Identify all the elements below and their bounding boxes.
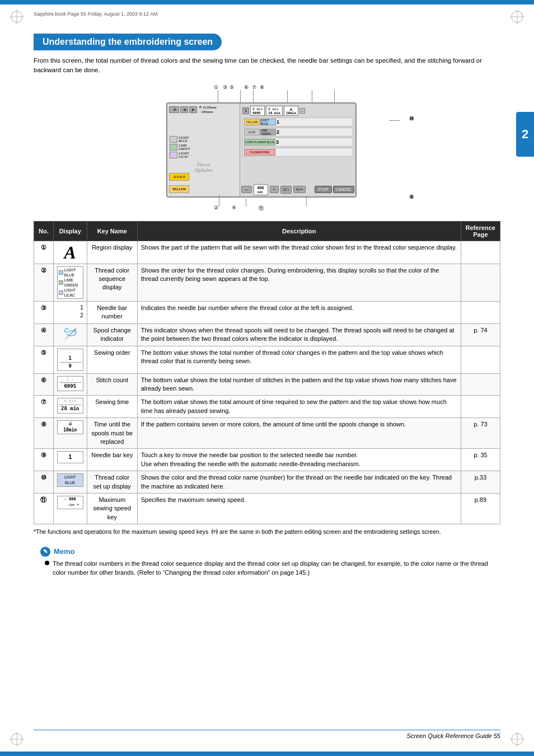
chapter-tab: 2 xyxy=(516,112,534,157)
row-keyname: Needle bar key xyxy=(87,449,137,471)
row-no: ⑩ xyxy=(34,471,54,494)
table-row: ⑨ 1 Needle bar key Touch a key to move t… xyxy=(34,449,500,471)
row-description: Shows the part of the pattern that will … xyxy=(137,241,461,264)
row-keyname: Sewing order xyxy=(87,346,137,373)
section-heading: Understanding the embroidering screen xyxy=(34,34,222,50)
row-display: 12 xyxy=(53,302,87,324)
spool-time-display: 🖨 10min xyxy=(57,420,83,434)
row-keyname: Sewing time xyxy=(87,396,137,418)
row-display: 🪡 xyxy=(53,323,87,346)
table-row: ① A Region display Shows the part of the… xyxy=(34,241,500,264)
diag-right-panel: 1 0 min6995 0 min28 min 🖨10min □ YELLOW xyxy=(240,104,355,196)
footer: Screen Quick Reference Guide 55 xyxy=(34,730,500,739)
row-description: The bottom value shows the total amount … xyxy=(137,396,461,418)
reg-mark-br xyxy=(509,731,526,748)
spool-change-icon: 🪡 xyxy=(57,326,83,342)
needle-bar-key-display: 1 xyxy=(57,451,83,463)
table-row: ⑧ 🖨 10min Time until the spools must be … xyxy=(34,418,500,449)
row-description: Specifies the maximum sewing speed. xyxy=(137,493,461,524)
row-refpage xyxy=(461,396,500,418)
row-no: ③ xyxy=(34,302,54,324)
callout-9: ⑨ xyxy=(409,194,414,200)
callout-line-4 xyxy=(246,199,246,206)
row-no: ④ xyxy=(34,323,54,346)
row-description: This indicator shows when the thread spo… xyxy=(137,323,461,346)
row-display: 0 min 28 min xyxy=(53,396,87,418)
row-refpage xyxy=(461,264,500,302)
callout-line-5 xyxy=(253,90,254,102)
table-row: ③ 12 Needle bar number Indicates the nee… xyxy=(34,302,500,324)
memo-icon: ✎ xyxy=(40,547,50,557)
row-refpage: p.89 xyxy=(461,493,500,524)
memo-box: ✎ Memo The thread color numbers in the t… xyxy=(34,542,500,582)
footer-text: Screen Quick Reference Guide 55 xyxy=(406,732,500,739)
diag-screen: ⚙ ◀ ▶ ✦ 3128mm 189mm LIGHTBLUE xyxy=(166,102,357,198)
sewing-time-display: 0 min 28 min xyxy=(57,398,83,413)
table-row: ⑤ — 1 9 Sewing order The bottom value sh… xyxy=(34,346,500,373)
table-row: ④ 🪡 Spool change indicator This indicato… xyxy=(34,323,500,346)
callout-line-2 xyxy=(219,194,219,206)
table-row: ② LIGHT BLUE LIME GREEN LIGHT LILAC Thre… xyxy=(34,264,500,302)
row-no: ⑦ xyxy=(34,396,54,418)
row-description: Shows the order for the thread color cha… xyxy=(137,264,461,302)
row-keyname: Maximum sewing speed key xyxy=(87,493,137,524)
footnote-text: *The functions and operations for the ma… xyxy=(34,528,500,537)
screen-mockup: ⚙ ◀ ▶ ✦ 3128mm 189mm LIGHTBLUE xyxy=(166,102,379,200)
table-row: ⑦ 0 min 28 min Sewing time The bottom va… xyxy=(34,396,500,418)
row-description: The bottom value shows the total number … xyxy=(137,346,461,373)
table-header-description: Description xyxy=(137,221,461,241)
row-description: Indicates the needle bar number where th… xyxy=(137,302,461,324)
callout-line-8 xyxy=(334,90,335,102)
callout-bottom: ② ④ ⑪ xyxy=(214,205,264,212)
header-file-info: Sapphire.book Page 55 Friday, August 1, … xyxy=(34,11,157,17)
row-keyname: Spool change indicator xyxy=(87,323,137,346)
row-display: 🖨 10min xyxy=(53,418,87,449)
bottom-blue-bar xyxy=(0,752,534,756)
row-refpage xyxy=(461,302,500,324)
row-keyname: Needle bar number xyxy=(87,302,137,324)
callout-line-10 xyxy=(389,120,400,121)
callout-10: ⑩ xyxy=(409,116,414,121)
row-description: Shows the color and the thread color nam… xyxy=(137,471,461,494)
memo-text: The thread color numbers in the thread c… xyxy=(40,559,494,577)
row-keyname: Thread color set up display xyxy=(87,471,137,494)
table-header-no: No. xyxy=(34,221,54,241)
row-display: LIGHTBLUE xyxy=(53,471,87,494)
callout-line-1 xyxy=(218,90,218,102)
table-header-refpage: ReferencePage xyxy=(461,221,500,241)
reg-mark-tl xyxy=(8,8,25,25)
callout-top: ① ③ ⑤ ⑥ ⑦ ⑧ xyxy=(214,84,264,90)
table-row: ⑪ — 800 rpm + Maximum sewing speed key S… xyxy=(34,493,500,524)
callout-line-6 xyxy=(287,90,288,102)
row-no: ① xyxy=(34,241,54,264)
table-row: ⑩ LIGHTBLUE Thread color set up display … xyxy=(34,471,500,494)
row-refpage xyxy=(461,346,500,373)
row-description: If the pattern contains seven or more co… xyxy=(137,418,461,449)
reg-mark-tr xyxy=(509,8,526,25)
needle-num-display: 12 xyxy=(57,304,83,320)
row-keyname: Region display xyxy=(87,241,137,264)
row-no: ⑨ xyxy=(34,449,54,471)
row-no: ⑪ xyxy=(34,493,54,524)
row-display: A xyxy=(53,241,87,264)
table-header-keyname: Key Name xyxy=(87,221,137,241)
row-description: The bottom value shows the total number … xyxy=(137,373,461,396)
row-no: ⑤ xyxy=(34,346,54,373)
row-refpage: p. 74 xyxy=(461,323,500,346)
diag-left-panel: ⚙ ◀ ▶ ✦ 3128mm 189mm LIGHTBLUE xyxy=(167,104,240,196)
row-refpage: p. 73 xyxy=(461,418,500,449)
thread-color-setup-display: LIGHTBLUE xyxy=(57,473,83,487)
speed-key-display: — 800 rpm + xyxy=(57,496,83,509)
sewing-order-display: — 1 9 xyxy=(57,349,83,371)
row-display: — 1 9 xyxy=(53,346,87,373)
table-header-display: Display xyxy=(53,221,87,241)
bullet-dot xyxy=(45,561,49,565)
row-keyname: Stitch count xyxy=(87,373,137,396)
stitch-count-display: √ — 6995 xyxy=(57,376,83,391)
memo-title: ✎ Memo xyxy=(40,547,494,557)
row-refpage xyxy=(461,373,500,396)
screen-diagram-area: ① ③ ⑤ ⑥ ⑦ ⑧ ⚙ xyxy=(34,82,500,217)
row-refpage: p. 35 xyxy=(461,449,500,471)
callout-line-11 xyxy=(306,196,307,206)
row-no: ⑥ xyxy=(34,373,54,396)
